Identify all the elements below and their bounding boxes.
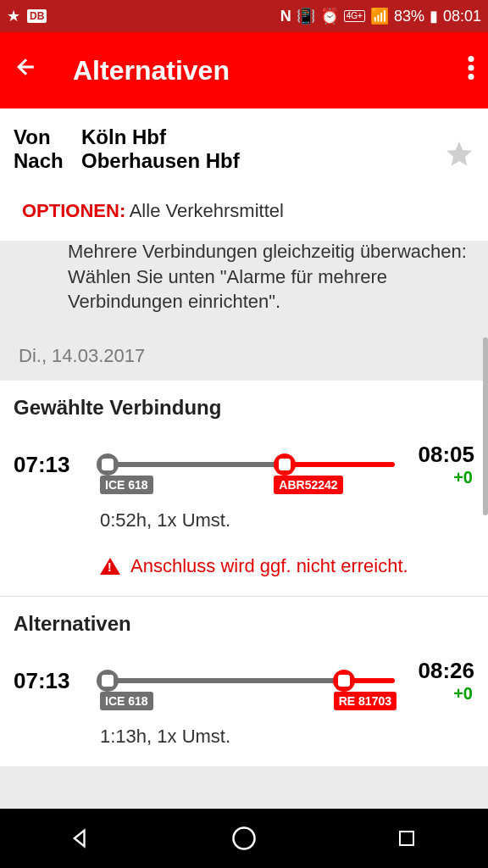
to-value: Oberhausen Hbf <box>81 149 240 173</box>
arrival-time: 08:05 <box>403 442 474 468</box>
battery-icon: ▮ <box>430 7 438 25</box>
delay-delta: +0 <box>403 468 474 487</box>
favorite-star-button[interactable] <box>444 139 474 173</box>
svg-point-3 <box>234 828 255 849</box>
from-value: Köln Hbf <box>81 125 166 149</box>
options-label: OPTIONEN: <box>22 200 125 221</box>
connection-card[interactable]: 07:13 ICE 618 ABR52242 08:05 +0 0:52h, 1… <box>0 440 488 597</box>
alternatives-title: Alternativen <box>14 612 474 636</box>
delay-delta: +0 <box>403 684 474 704</box>
battery-percent: 83% <box>394 8 424 25</box>
vibrate-icon: 📳 <box>297 7 315 25</box>
nav-home-button[interactable] <box>227 821 261 855</box>
connection-warning: Anschluss wird ggf. nicht erreicht. <box>14 531 474 577</box>
overflow-menu-button[interactable] <box>449 56 474 86</box>
android-statusbar: ★ DB N 📳 ⏰ 4G+ 📶 83% ▮ 08:01 <box>0 0 488 32</box>
arrival-time: 08:26 <box>403 658 474 684</box>
train-node-icon <box>333 670 355 692</box>
signal-icon: 📶 <box>370 7 389 25</box>
options-value: Alle Verkehrsmittel <box>130 200 284 221</box>
train-badge: RE 81703 <box>334 692 396 710</box>
departure-time: 07:13 <box>14 452 92 478</box>
info-hint-text: Mehrere Verbindungen gleichzeitig überwa… <box>68 239 468 314</box>
options-row[interactable]: OPTIONEN: Alle Verkehrsmittel <box>14 173 474 237</box>
train-node-icon <box>97 670 119 692</box>
alternatives-section: Alternativen <box>0 597 488 656</box>
app-bar: Alternativen <box>0 32 488 108</box>
svg-rect-4 <box>400 832 413 845</box>
nav-recents-button[interactable] <box>390 821 424 855</box>
svg-point-1 <box>469 64 474 70</box>
date-header: Di., 14.03.2017 <box>0 331 488 381</box>
from-label: Von <box>14 125 81 149</box>
departure-time: 07:13 <box>14 668 92 694</box>
connection-warning-text: Anschluss wird ggf. nicht erreicht. <box>130 555 408 577</box>
clock: 08:01 <box>443 8 481 25</box>
connection-card[interactable]: 07:13 ICE 618 RE 81703 08:26 +0 1:13h, 1… <box>0 656 488 766</box>
network-4g-icon: 4G+ <box>344 10 365 22</box>
to-label: Nach <box>14 149 81 173</box>
svg-point-0 <box>469 56 474 62</box>
selected-connection-section: Gewählte Verbindung <box>0 381 488 440</box>
train-node-icon <box>274 453 296 476</box>
info-hint: Mehrere Verbindungen gleichzeitig überwa… <box>0 239 488 331</box>
selected-connection-title: Gewählte Verbindung <box>14 396 474 420</box>
connection-timeline: ICE 618 ABR52242 <box>100 445 395 484</box>
android-navbar <box>0 809 488 868</box>
nfc-icon: N <box>280 8 291 25</box>
back-button[interactable] <box>14 54 47 86</box>
svg-point-2 <box>469 74 474 80</box>
db-notification-icon: DB <box>27 9 47 23</box>
train-badge: ABR52242 <box>274 476 342 494</box>
alarm-icon: ⏰ <box>320 7 339 25</box>
train-badge: ICE 618 <box>100 692 153 710</box>
star-notification-icon: ★ <box>7 7 20 25</box>
connection-timeline: ICE 618 RE 81703 <box>100 661 395 700</box>
warning-triangle-icon <box>100 558 120 575</box>
scrollbar-thumb[interactable] <box>483 337 488 515</box>
train-node-icon <box>97 453 119 476</box>
page-title: Alternativen <box>47 55 449 86</box>
nav-back-button[interactable] <box>64 821 98 855</box>
route-summary: Von Köln Hbf Nach Oberhausen Hbf OPTIONE… <box>0 108 488 241</box>
train-badge: ICE 618 <box>100 476 153 494</box>
